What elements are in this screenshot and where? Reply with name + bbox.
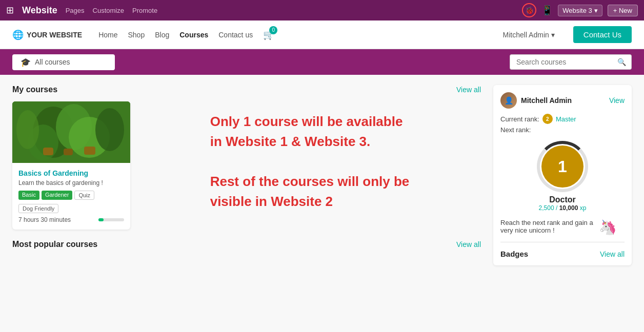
next-rank-label: Next rank: (500, 126, 531, 134)
admin-bar-left: ⊞ Website Pages Customize Promote (6, 5, 514, 16)
all-courses-breadcrumb[interactable]: 🎓 All courses (12, 54, 115, 70)
extra-tags: Dog Friendly (18, 204, 124, 212)
search-input[interactable] (510, 54, 612, 70)
rank-xp-separator: / (556, 204, 559, 212)
rank-circle-container: 1 Doctor 2,500 / 10,000 xp (500, 141, 625, 212)
user-name: Mitchell Admin (521, 96, 572, 105)
rank-xp: 2,500 / 10,000 xp (539, 204, 587, 212)
user-info: 👤 Mitchell Admin (500, 92, 572, 109)
admin-user-menu[interactable]: Mitchell Admin ▾ (503, 31, 555, 39)
badges-header: Badges View all (500, 250, 625, 258)
admin-nav-promote[interactable]: Promote (132, 7, 157, 14)
left-panel: My courses View all (12, 85, 481, 274)
bug-icon[interactable]: 🐞 (522, 3, 536, 17)
avatar-icon: 👤 (505, 96, 513, 105)
current-rank-row: Current rank: 2 Master (500, 114, 625, 124)
course-thumb-image (12, 101, 130, 163)
my-courses-view-all[interactable]: View all (456, 86, 481, 94)
nav-home[interactable]: Home (98, 31, 117, 39)
tag-dog-friendly: Dog Friendly (18, 204, 58, 213)
admin-user-name: Mitchell Admin (503, 31, 549, 39)
badges-view-all[interactable]: View all (600, 250, 625, 258)
site-logo-text: YOUR WEBSITE (27, 31, 82, 39)
search-area: 🔍 (510, 54, 632, 70)
divider (500, 242, 625, 242)
current-rank-name: Master (556, 115, 576, 123)
mobile-icon[interactable]: 📱 (541, 5, 553, 16)
course-availability-message: Only 1 course will be availablein Websit… (210, 112, 410, 212)
my-courses-header: My courses View all (12, 85, 481, 94)
course-description: Learn the basics of gardening ! (18, 179, 124, 186)
most-popular-view-all[interactable]: View all (456, 240, 481, 248)
svg-point-5 (95, 108, 124, 151)
rank-number: 1 (558, 157, 567, 176)
rank-xp-total: 10,000 (559, 204, 578, 212)
contact-us-button[interactable]: Contact Us (573, 26, 632, 43)
progress-bar (98, 218, 124, 221)
user-card-header: 👤 Mitchell Admin View (500, 92, 625, 109)
svg-point-6 (16, 110, 39, 149)
unicorn-icon: 🦄 (599, 219, 625, 236)
unicorn-section: Reach the next rank and gain a very nice… (500, 219, 625, 236)
garden-svg (12, 101, 130, 163)
course-duration-text: 7 hours 30 minutes (18, 216, 71, 223)
tag-gardener: Gardener (42, 191, 72, 200)
right-panel: 👤 Mitchell Admin View Current rank: 2 Ma… (493, 85, 632, 274)
progress-bar-fill (98, 218, 104, 221)
bug-char: 🐞 (525, 6, 534, 14)
rank-xp-current: 2,500 (539, 204, 554, 212)
grid-icon[interactable]: ⊞ (6, 5, 14, 16)
course-bar: 🎓 All courses 🔍 (0, 49, 644, 75)
most-popular-header: Most popular courses View all (12, 240, 481, 249)
cart-badge: 0 (269, 26, 277, 34)
rank-circle-inner: 1 (541, 146, 583, 188)
most-popular-title: Most popular courses (12, 240, 97, 249)
avatar: 👤 (500, 92, 517, 109)
website-selector[interactable]: Website 3 ▾ (558, 5, 602, 16)
courses-row: Basics of Gardening Learn the basics of … (12, 101, 481, 230)
course-thumbnail (12, 101, 130, 163)
course-info: Basics of Gardening Learn the basics of … (12, 163, 130, 230)
admin-bar: ⊞ Website Pages Customize Promote 🐞 📱 We… (0, 0, 644, 20)
badges-title: Badges (500, 250, 528, 258)
chevron-down-icon: ▾ (594, 7, 598, 14)
current-rank-label: Current rank: (500, 115, 539, 123)
tag-basic: Basic (18, 191, 39, 200)
admin-user-chevron: ▾ (551, 31, 555, 39)
graduation-icon: 🎓 (21, 57, 31, 67)
nav-shop[interactable]: Shop (128, 31, 145, 39)
admin-logo: Website (22, 5, 57, 16)
cart-icon[interactable]: 🛒 0 (263, 29, 274, 40)
new-button[interactable]: + New (608, 5, 638, 16)
course-card: Basics of Gardening Learn the basics of … (12, 101, 130, 230)
rank-label: Doctor (549, 195, 576, 204)
current-rank-badge: 2 (542, 114, 553, 124)
new-button-label: + New (613, 7, 632, 14)
svg-rect-7 (43, 148, 53, 155)
course-tags: Basic Gardener Quiz (18, 191, 124, 200)
nav-blog[interactable]: Blog (155, 31, 169, 39)
website-selector-label: Website 3 (562, 7, 592, 14)
my-courses-title: My courses (12, 85, 57, 94)
admin-bar-right: 🐞 📱 Website 3 ▾ + New (522, 3, 638, 17)
globe-icon: 🌐 (12, 29, 24, 40)
admin-nav-customize[interactable]: Customize (93, 7, 124, 14)
unicorn-text: Reach the next rank and gain a very nice… (500, 219, 594, 234)
admin-nav: Pages Customize Promote (66, 7, 157, 14)
search-button[interactable]: 🔍 (612, 54, 632, 70)
user-view-link[interactable]: View (609, 96, 625, 105)
site-nav: 🌐 YOUR WEBSITE Home Shop Blog Courses Co… (0, 20, 644, 49)
message-area: Only 1 course will be availablein Websit… (138, 101, 481, 222)
nav-courses[interactable]: Courses (179, 31, 208, 39)
rank-circle: 1 (537, 141, 588, 192)
rank-xp-suffix: xp (580, 204, 587, 212)
svg-rect-8 (64, 149, 73, 155)
svg-rect-9 (84, 147, 95, 155)
nav-contact[interactable]: Contact us (218, 31, 253, 39)
site-logo: 🌐 YOUR WEBSITE (12, 29, 82, 40)
admin-nav-pages[interactable]: Pages (66, 7, 85, 14)
course-title: Basics of Gardening (18, 169, 124, 177)
next-rank-row: Next rank: (500, 126, 625, 134)
all-courses-label: All courses (35, 58, 70, 66)
site-nav-links: Home Shop Blog Courses Contact us 🛒 0 (98, 29, 490, 40)
